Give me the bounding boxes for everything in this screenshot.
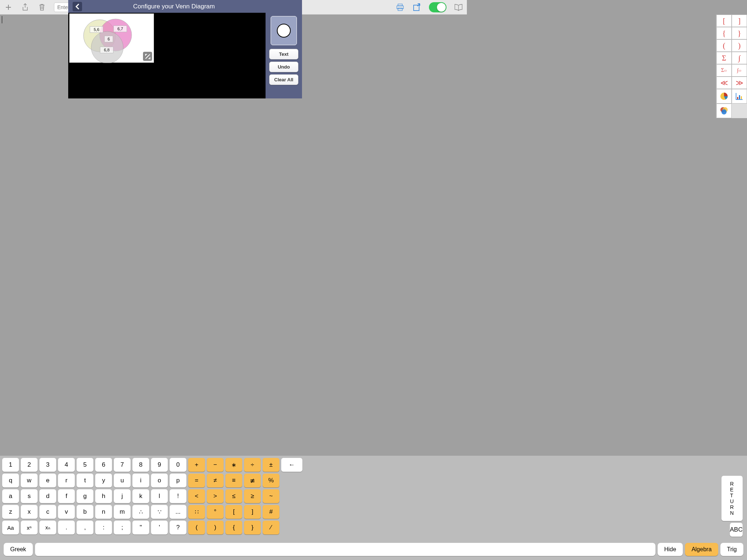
book-icon[interactable]: [454, 3, 463, 12]
expand-button[interactable]: [143, 52, 152, 61]
svg-rect-0: [398, 4, 402, 6]
circle-tool[interactable]: [271, 16, 297, 45]
venn-canvas[interactable]: 5,6 6,7 6 6,8: [69, 13, 154, 63]
clear-all-button[interactable]: Clear All: [269, 74, 298, 85]
venn-label-a[interactable]: 5,6: [90, 26, 103, 33]
back-button[interactable]: [73, 2, 82, 11]
venn-label-c[interactable]: 6,8: [100, 47, 113, 53]
text-cursor: [2, 16, 2, 23]
text-button[interactable]: Text: [269, 49, 298, 59]
toggle-switch[interactable]: [429, 2, 446, 12]
venn-config-modal: Configure your Venn Diagram 5,6 6,7 6 6,…: [68, 0, 279, 98]
export-icon[interactable]: [412, 3, 422, 12]
trash-icon[interactable]: [37, 3, 47, 12]
svg-rect-3: [414, 5, 419, 11]
venn-label-b[interactable]: 6,7: [113, 26, 127, 32]
modal-side-panel: Text Undo Clear All: [266, 0, 302, 98]
add-icon[interactable]: [4, 3, 13, 12]
svg-rect-2: [398, 8, 402, 11]
share-icon[interactable]: [20, 3, 30, 12]
modal-header: Configure your Venn Diagram: [68, 0, 279, 13]
print-icon[interactable]: [395, 3, 405, 12]
undo-button[interactable]: Undo: [269, 62, 298, 72]
modal-title: Configure your Venn Diagram: [87, 3, 261, 10]
venn-label-center[interactable]: 6: [104, 36, 113, 42]
